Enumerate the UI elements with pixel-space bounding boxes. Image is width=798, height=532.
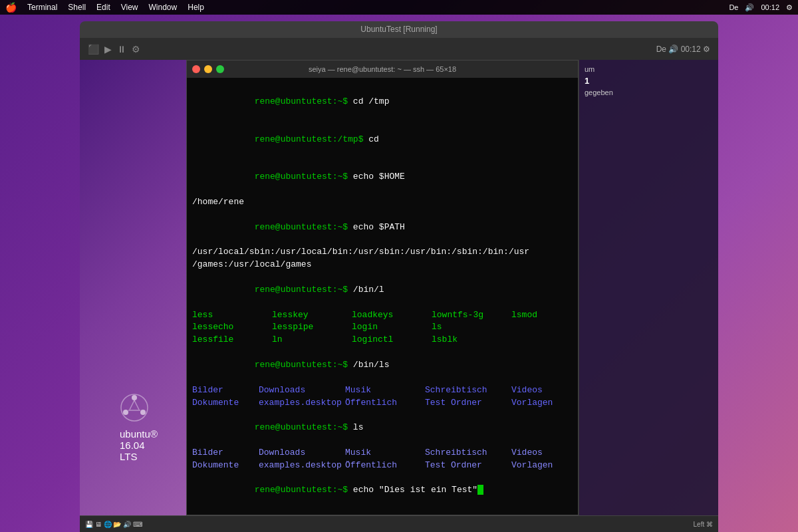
vm-toolbar-icon3[interactable]: ⏸: [117, 44, 126, 55]
battery-indicator: De: [729, 3, 738, 11]
prompt-2: rene@ubuntutest:/tmp$: [255, 134, 369, 144]
terminal-body[interactable]: rene@ubuntutest:~$ cd /tmp rene@ubuntute…: [187, 78, 578, 515]
vm-content: ubuntu® 16.04 LTS seiya — rene@ubuntutes…: [80, 60, 718, 515]
ls2-test-ordner: Test Ordner: [425, 460, 511, 472]
ls-row2: Dokumente examples.desktop Öffentlich Te…: [192, 397, 573, 410]
prompt-8: rene@ubuntutest:~$: [255, 485, 353, 495]
prompt-6: rene@ubuntutest:~$: [255, 360, 353, 370]
ls2-bilder: Bilder: [192, 447, 259, 460]
ls2-offentlich: Öffentlich: [345, 460, 425, 472]
svg-line-4: [134, 400, 139, 410]
prompt-4: rene@ubuntutest:~$: [255, 222, 353, 232]
cmd-4: echo $PATH: [353, 222, 405, 232]
ls-bilder: Bilder: [192, 384, 259, 397]
bottombar-icons: 💾 🖥 🌐 📂 🔊 ⌨: [85, 521, 142, 528]
ls2-schreibtisch: Schreibtisch: [425, 447, 511, 460]
cmd-7: ls: [353, 422, 364, 432]
close-button[interactable]: [192, 65, 200, 73]
ls2-musik: Musik: [345, 447, 425, 460]
line-7: rene@ubuntutest:~$ ls: [192, 409, 573, 447]
panel-text-2: 1: [585, 76, 713, 86]
bin-lesskey: lesskey: [272, 309, 352, 322]
prompt-5: rene@ubuntutest:~$: [255, 285, 353, 295]
volume-icon: 🔊: [745, 3, 754, 12]
bin-lesspipe: lesspipe: [272, 321, 352, 334]
panel-text-3: gegeben: [585, 88, 713, 96]
menu-help[interactable]: Help: [188, 3, 204, 12]
vm-toolbar-icon4[interactable]: ⚙: [132, 44, 140, 55]
line-1: rene@ubuntutest:~$ cd /tmp: [192, 83, 573, 121]
line-3: rene@ubuntutest:~$ echo $HOME: [192, 158, 573, 196]
svg-point-2: [140, 410, 146, 415]
bin-ls: ls: [432, 321, 511, 334]
vm-toolbar: ⬛ ▶ ⏸ ⚙ De 🔊 00:12 ⚙: [80, 38, 718, 61]
output-path1: /usr/local/sbin:/usr/local/bin:/usr/sbin…: [192, 246, 573, 259]
ls2-dokumente: Dokumente: [192, 460, 259, 472]
ls-offentlich: Öffentlich: [345, 397, 425, 410]
ubuntu-desktop: ubuntu® 16.04 LTS: [80, 60, 186, 515]
line-6: rene@ubuntutest:~$ /bin/ls: [192, 346, 573, 384]
bin-lessecho: lessecho: [192, 321, 272, 334]
cmd-8: echo "Dies ist ein Test": [353, 485, 477, 495]
cmd-3: echo $HOME: [353, 172, 405, 182]
panel-content: um 1 gegeben: [579, 60, 718, 515]
ls2-vorlagen: Vorlagen: [511, 460, 565, 472]
bin-lsblk: lsblk: [432, 334, 511, 346]
line-2: rene@ubuntutest:/tmp$ cd: [192, 121, 573, 159]
line-4: rene@ubuntutest:~$ echo $PATH: [192, 209, 573, 247]
settings-icon[interactable]: ⚙: [786, 3, 793, 12]
bin-l-row3: lessfile ln loginctl lsblk: [192, 334, 573, 346]
bin-l-row2: lessecho lesspipe login ls: [192, 321, 573, 334]
cmd-6: /bin/ls: [353, 360, 390, 370]
maximize-button[interactable]: [216, 65, 224, 73]
menu-terminal[interactable]: Terminal: [27, 3, 57, 12]
cmd-5: /bin/l: [353, 285, 384, 295]
vm-toolbar-icon2[interactable]: ▶: [104, 44, 112, 55]
ls-test-ordner: Test Ordner: [425, 397, 511, 410]
ubuntu-version: ubuntu® 16.04 LTS: [120, 428, 158, 462]
desktop: UbuntuTest [Running] ⬛ ▶ ⏸ ⚙ De 🔊 00:12 …: [0, 15, 798, 532]
bin-loginctl: loginctl: [352, 334, 432, 346]
terminal-titlebar: seiya — rene@ubuntutest: ~ — ssh — 65×18: [187, 61, 578, 78]
terminal-title: seiya — rene@ubuntutest: ~ — ssh — 65×18: [309, 65, 456, 73]
menubar-right: De 🔊 00:12 ⚙: [729, 3, 793, 12]
ubuntu-logo: ubuntu® 16.04 LTS: [120, 393, 158, 462]
cursor: [477, 485, 483, 495]
bin-l-row1: less lesskey loadkeys lowntfs-3g lsmod: [192, 309, 573, 322]
terminal-window[interactable]: seiya — rene@ubuntutest: ~ — ssh — 65×18…: [186, 60, 579, 515]
ls-musik: Musik: [345, 384, 425, 397]
line-5: rene@ubuntutest:~$ /bin/l: [192, 271, 573, 309]
svg-point-3: [123, 410, 128, 415]
bin-ln: ln: [272, 334, 352, 346]
prompt-1: rene@ubuntutest:~$: [255, 96, 353, 106]
bin-lessfile: lessfile: [192, 334, 272, 346]
mac-menubar: 🍎 Terminal Shell Edit View Window Help D…: [0, 0, 798, 15]
panel-text-1: um: [585, 65, 713, 73]
menu-shell[interactable]: Shell: [68, 3, 86, 12]
minimize-button[interactable]: [204, 65, 212, 73]
apple-menu[interactable]: 🍎: [5, 2, 17, 13]
vm-window: UbuntuTest [Running] ⬛ ▶ ⏸ ⚙ De 🔊 00:12 …: [0, 21, 798, 532]
vm-titlebar: UbuntuTest [Running]: [80, 21, 718, 38]
ls-schreibtisch: Schreibtisch: [425, 384, 511, 397]
menu-window[interactable]: Window: [149, 3, 178, 12]
ls2-downloads: Downloads: [259, 447, 345, 460]
cmd-1: cd /tmp: [353, 96, 390, 106]
ls2-row2: Dokumente examples.desktop Öffentlich Te…: [192, 460, 573, 472]
ls-row1: Bilder Downloads Musik Schreibtisch Vide…: [192, 384, 573, 397]
menu-edit[interactable]: Edit: [96, 3, 110, 12]
ls-dokumente: Dokumente: [192, 397, 259, 410]
menu-view[interactable]: View: [121, 3, 138, 12]
output-home: /home/rene: [192, 196, 573, 209]
bottombar-right: Left ⌘: [694, 521, 713, 528]
vm-title: UbuntuTest [Running]: [360, 25, 437, 34]
svg-line-5: [130, 400, 134, 410]
ls2-row1: Bilder Downloads Musik Schreibtisch Vide…: [192, 447, 573, 460]
right-panel: um 1 gegeben: [579, 60, 718, 515]
cmd-2: cd: [368, 134, 379, 144]
bin-login: login: [352, 321, 432, 334]
ls2-examples: examples.desktop: [259, 460, 345, 472]
vm-toolbar-icon1[interactable]: ⬛: [88, 44, 99, 55]
bin-lsmod: lsmod: [511, 309, 565, 322]
line-8: rene@ubuntutest:~$ echo "Dies ist ein Te…: [192, 472, 573, 510]
